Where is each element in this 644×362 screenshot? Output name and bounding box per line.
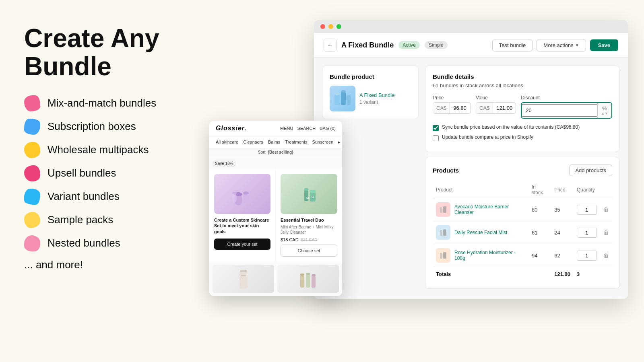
col-actions [600, 182, 612, 198]
svg-rect-18 [304, 188, 308, 191]
totals-empty [528, 267, 551, 282]
product-link-0[interactable]: Avocado Moisture Barrier Cleanser [454, 204, 525, 215]
store-nav-menu[interactable]: MENU [280, 126, 293, 131]
product-delete-button-0[interactable]: 🗑 [603, 206, 609, 213]
table-row: Avocado Moisture Barrier Cleanser 80 35 … [433, 198, 612, 221]
svg-text:G: G [312, 195, 314, 199]
add-products-button[interactable]: Add products [569, 165, 612, 176]
bundle-product-variant: 1 variant [359, 99, 378, 105]
col-product: Product [433, 182, 528, 198]
back-button[interactable]: ← [324, 39, 336, 51]
svg-rect-5 [440, 207, 442, 213]
bundle-stock-info: 61 bundles in stock across all locations… [433, 82, 612, 88]
store-nav-search[interactable]: SEARCH [297, 126, 316, 131]
more-actions-button[interactable]: More actions ▼ [537, 39, 586, 51]
price-field: Price CA$ 96.80 [433, 95, 471, 119]
bundle-product-info: A Fixed Bundle 1 variant [359, 92, 411, 105]
bundle-product-item: A Fixed Bundle 1 variant [330, 86, 411, 111]
totals-row: Totals 121.00 3 [433, 267, 612, 282]
compare-price-label: Update bundle compare at price in Shopif… [442, 134, 533, 140]
product-delete-button-1[interactable]: 🗑 [603, 229, 609, 236]
cat-treatments[interactable]: Treatments [285, 140, 307, 145]
sort-bar[interactable]: Sort {Best selling} [209, 148, 342, 156]
value-value: 121.00 [493, 103, 516, 113]
svg-rect-6 [443, 206, 446, 213]
svg-rect-25 [241, 275, 246, 276]
discount-input[interactable] [522, 104, 597, 117]
products-table: Product In stock Price Quantity [433, 182, 612, 281]
product-qty-input-1[interactable] [577, 228, 597, 238]
store-product-1-title: Create a Custom Skincare Set to meet you… [214, 217, 270, 234]
product-delete-cell-2: 🗑 [600, 244, 612, 267]
col-price: Price [551, 182, 574, 198]
store-product-2-title: Essential Travel Duo [281, 217, 337, 223]
blob-wholesale [24, 142, 40, 158]
svg-rect-32 [312, 274, 316, 276]
svg-rect-7 [440, 230, 442, 236]
product-price-2: 62 [551, 244, 574, 267]
compare-price-checkbox[interactable] [433, 135, 439, 141]
store-product-1-image [214, 174, 270, 214]
product-delete-button-2[interactable]: 🗑 [603, 252, 609, 259]
store-product-2-image: G G [281, 174, 337, 214]
bundle-product-card: Bundle product [322, 66, 419, 119]
store-product-2: G G Essential Travel Duo Mini After Baum… [276, 169, 342, 261]
svg-point-16 [232, 192, 237, 194]
blob-nested [24, 235, 40, 251]
svg-rect-26 [241, 277, 244, 277]
product-link-2[interactable]: Rose Hydration Moisturizer - 100g [454, 250, 525, 261]
discount-input-wrap[interactable]: % ▲▼ [521, 102, 612, 119]
product-cell-0: Avocado Moisture Barrier Cleanser [433, 198, 528, 221]
right-panel: ← A Fixed Bundle Active Simple Test bund… [314, 20, 628, 299]
store-product-2-subtitle: Mini After Baume + Mini Milky Jelly Clea… [281, 224, 337, 235]
browser-topbar [314, 20, 628, 33]
svg-rect-1 [341, 92, 346, 105]
store-product-2-price: $18 CAD $21 CAD [281, 237, 337, 242]
product-qty-cell-0 [574, 198, 600, 221]
product-qty-input-0[interactable] [577, 205, 597, 215]
sync-price-checkbox[interactable] [433, 125, 439, 131]
feature-label-variant: Variant bundles [47, 190, 120, 203]
admin-panel: ← A Fixed Bundle Active Simple Test bund… [314, 33, 628, 299]
save-button[interactable]: Save [590, 39, 618, 51]
store-product-2-button[interactable]: Choose set [281, 245, 337, 257]
value-currency: CA$ [476, 103, 493, 113]
bundle-product-link[interactable]: A Fixed Bundle [359, 92, 411, 98]
badge-simple: Simple [425, 41, 448, 49]
svg-rect-29 [306, 274, 310, 288]
test-bundle-button[interactable]: Test bundle [492, 39, 533, 51]
discount-field: Discount % ▲▼ [521, 95, 612, 119]
sync-price-label: Sync bundle price based on the value of … [442, 124, 580, 130]
price-value: 96.80 [450, 103, 471, 113]
admin-header-left: ← A Fixed Bundle Active Simple [324, 39, 448, 51]
cat-all[interactable]: All skincare [216, 140, 238, 145]
svg-rect-2 [347, 95, 351, 105]
product-qty-input-2[interactable] [577, 251, 597, 261]
store-nav-bag[interactable]: BAG (0) [320, 126, 336, 131]
cat-more[interactable]: ▸ [338, 140, 341, 145]
bundle-title: A Fixed Bundle [341, 41, 394, 49]
blob-mix-match [24, 95, 40, 111]
discount-suffix: % ▲▼ [597, 103, 611, 118]
cat-balms[interactable]: Balms [268, 140, 281, 145]
cat-cleansers[interactable]: Cleansers [243, 140, 263, 145]
product-link-1[interactable]: Daily Rescue Facial Mist [454, 230, 507, 235]
svg-point-14 [243, 191, 249, 195]
col-quantity: Quantity [574, 182, 600, 198]
cat-sunscreen[interactable]: Sunscreen [312, 140, 334, 145]
product-instock-2: 94 [528, 244, 551, 267]
bundle-details-title: Bundle details [433, 73, 612, 80]
feature-label-sample: Sample packs [47, 214, 113, 226]
product-qty-cell-1 [574, 221, 600, 244]
store-product-1: Create a Custom Skincare Set to meet you… [209, 169, 276, 261]
admin-right-col: Bundle details 61 bundles in stock acros… [425, 66, 620, 291]
store-bottom-img-2 [277, 265, 339, 293]
table-row: Daily Rescue Facial Mist 61 24 🗑 [433, 221, 612, 244]
blob-subscription [24, 119, 40, 135]
svg-rect-30 [306, 273, 310, 275]
product-cell-2: Rose Hydration Moisturizer - 100g [433, 244, 528, 267]
svg-rect-20 [310, 190, 316, 193]
store-product-1-button[interactable]: Create your set [214, 239, 270, 250]
admin-body: Bundle product [314, 58, 628, 299]
browser-dot-yellow [328, 24, 333, 29]
